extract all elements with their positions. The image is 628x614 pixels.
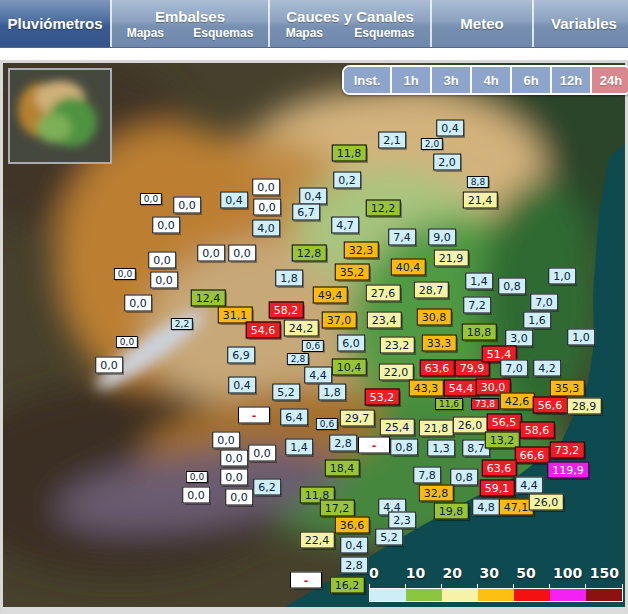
station-value[interactable]: 66,6 xyxy=(515,447,550,464)
station-value[interactable]: 0,0 xyxy=(248,445,276,462)
station-value[interactable]: 18,4 xyxy=(325,460,360,477)
station-value[interactable]: 0,0 xyxy=(140,193,162,205)
time-button-3h[interactable]: 3h xyxy=(430,67,470,93)
station-value[interactable]: 63,6 xyxy=(420,360,455,377)
station-value[interactable]: 0,0 xyxy=(220,450,248,467)
station-value[interactable]: 21,4 xyxy=(463,192,498,209)
station-value[interactable]: 6,4 xyxy=(280,409,308,426)
nav-item-meteo[interactable]: Meteo xyxy=(430,0,532,47)
station-value[interactable]: 1,0 xyxy=(548,268,576,285)
station-value[interactable]: 1,4 xyxy=(465,273,493,290)
station-value[interactable]: 16,2 xyxy=(330,577,365,594)
station-value[interactable]: 0,6 xyxy=(316,418,338,430)
nav-item-embalses[interactable]: EmbalsesMapasEsquemas xyxy=(110,0,268,47)
station-value[interactable]: 23,4 xyxy=(367,312,402,329)
station-value[interactable]: 49,4 xyxy=(313,287,348,304)
station-value[interactable]: 17,2 xyxy=(320,500,355,517)
station-value[interactable]: 0,0 xyxy=(252,179,280,196)
nav-sublink-mapas[interactable]: Mapas xyxy=(127,26,164,40)
station-value[interactable]: 0,0 xyxy=(148,252,176,269)
station-value[interactable]: 6,9 xyxy=(227,347,255,364)
station-value[interactable]: 0,2 xyxy=(333,172,361,189)
station-value[interactable]: 8,8 xyxy=(467,176,489,188)
station-value[interactable]: 2,8 xyxy=(340,557,368,574)
station-value[interactable]: 29,7 xyxy=(340,410,375,427)
station-value[interactable]: 18,8 xyxy=(462,324,497,341)
station-value[interactable]: 22,0 xyxy=(379,364,414,381)
station-value[interactable]: 1,6 xyxy=(523,312,551,329)
station-value[interactable]: 2,3 xyxy=(388,512,416,529)
nav-item-cauces[interactable]: Cauces y CanalesMapasEsquemas xyxy=(268,0,430,47)
station-value[interactable]: 26,0 xyxy=(453,417,488,434)
station-value[interactable]: 4,4 xyxy=(304,367,332,384)
time-button-6h[interactable]: 6h xyxy=(510,67,550,93)
station-value[interactable]: 2,8 xyxy=(329,435,357,452)
map-canvas[interactable]: Inst.1h3h4h6h12h24h 010203050100150 0,42… xyxy=(0,60,628,614)
station-value[interactable]: 11,8 xyxy=(332,145,367,162)
station-value[interactable]: 11,6 xyxy=(435,398,463,410)
station-value[interactable]: 10,4 xyxy=(332,359,367,376)
station-value[interactable]: 4,8 xyxy=(472,499,500,516)
station-value[interactable]: 5,2 xyxy=(272,384,300,401)
station-value[interactable]: 3,0 xyxy=(505,330,533,347)
station-value[interactable]: 25,4 xyxy=(380,419,415,436)
station-value[interactable]: 73,8 xyxy=(471,398,499,410)
station-value[interactable]: 0,0 xyxy=(173,197,201,214)
station-value[interactable]: 0,0 xyxy=(225,489,253,506)
time-button-24h[interactable]: 24h xyxy=(590,67,628,93)
station-value[interactable]: 30,8 xyxy=(417,309,452,326)
station-value[interactable]: 0,0 xyxy=(253,199,281,216)
station-value[interactable]: 32,8 xyxy=(419,485,454,502)
station-value[interactable]: 1,8 xyxy=(318,384,346,401)
station-value[interactable]: 0,4 xyxy=(340,537,368,554)
station-value[interactable]: 2,0 xyxy=(421,138,443,150)
station-value[interactable]: 4,7 xyxy=(331,217,359,234)
station-value[interactable]: 0,4 xyxy=(436,120,464,137)
station-value[interactable]: 32,3 xyxy=(344,242,379,259)
station-value[interactable]: 0,0 xyxy=(152,217,180,234)
station-value[interactable]: 28,9 xyxy=(567,398,602,415)
station-value[interactable]: 0,8 xyxy=(498,278,526,295)
station-value[interactable]: 73,2 xyxy=(550,442,585,459)
station-value[interactable]: 2,2 xyxy=(171,318,193,330)
nav-sublink-mapas[interactable]: Mapas xyxy=(286,26,323,40)
station-value[interactable]: 56,5 xyxy=(487,414,522,431)
station-value[interactable]: 1,0 xyxy=(567,329,595,346)
station-value[interactable]: - xyxy=(358,437,390,454)
station-value[interactable]: 4,0 xyxy=(252,220,280,237)
station-value[interactable]: 0,0 xyxy=(228,245,256,262)
station-value[interactable]: 59,1 xyxy=(480,480,515,497)
station-value[interactable]: 12,4 xyxy=(191,290,226,307)
station-value[interactable]: 58,2 xyxy=(269,302,304,319)
station-value[interactable]: 40,4 xyxy=(391,259,426,276)
station-value[interactable]: 12,2 xyxy=(366,200,401,217)
station-value[interactable]: 6,0 xyxy=(337,335,365,352)
station-value[interactable]: 0,6 xyxy=(302,340,324,352)
station-value[interactable]: 1,3 xyxy=(427,440,455,457)
station-value[interactable]: 0,4 xyxy=(228,377,256,394)
station-value[interactable]: 63,6 xyxy=(482,460,517,477)
station-value[interactable]: 56,6 xyxy=(533,397,568,414)
station-value[interactable]: 12,8 xyxy=(292,245,327,262)
station-value[interactable]: 1,8 xyxy=(275,270,303,287)
station-value[interactable]: 2,0 xyxy=(433,154,461,171)
station-value[interactable]: 0,0 xyxy=(220,469,248,486)
station-value[interactable]: 7,4 xyxy=(388,229,416,246)
station-value[interactable]: 0,0 xyxy=(116,336,138,348)
station-value[interactable]: 7,2 xyxy=(463,297,491,314)
station-value[interactable]: 54,6 xyxy=(246,322,281,339)
station-value[interactable]: 7,0 xyxy=(530,294,558,311)
station-value[interactable]: 0,0 xyxy=(95,357,123,374)
station-value[interactable]: 119,9 xyxy=(547,462,589,479)
station-value[interactable]: 1,4 xyxy=(285,439,313,456)
station-value[interactable]: 9,0 xyxy=(428,229,456,246)
station-value[interactable]: 0,8 xyxy=(450,469,478,486)
nav-item-variables[interactable]: Variables xyxy=(532,0,628,47)
station-value[interactable]: 21,9 xyxy=(434,250,469,267)
station-value[interactable]: 0,4 xyxy=(299,188,327,205)
station-value[interactable]: 43,3 xyxy=(409,380,444,397)
nav-item-pluviometros[interactable]: Pluviómetros xyxy=(0,0,110,47)
station-value[interactable]: 0,0 xyxy=(186,471,208,483)
station-value[interactable]: 6,7 xyxy=(292,204,320,221)
station-value[interactable]: 54,4 xyxy=(444,380,479,397)
